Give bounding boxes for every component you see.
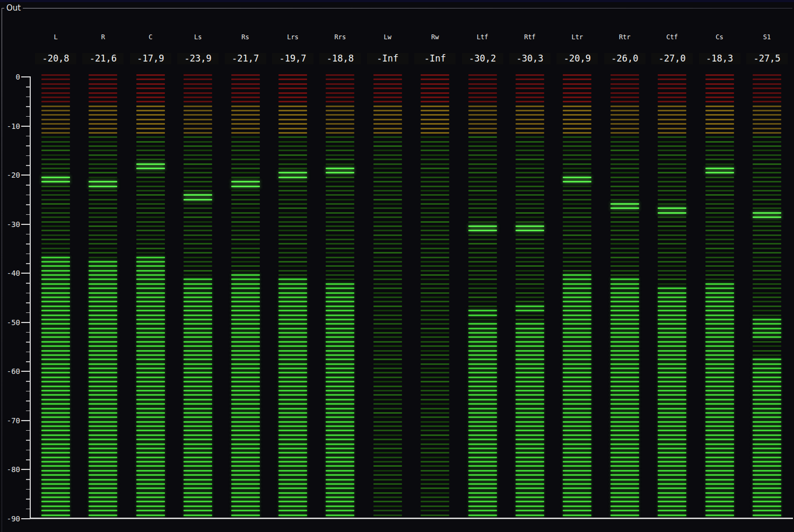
meter-segment — [184, 248, 212, 249]
meter-segment — [563, 79, 591, 80]
meter-segment — [516, 114, 544, 116]
meter-segment — [231, 110, 260, 111]
meter-segment-lit — [41, 368, 70, 369]
meter-segment — [563, 207, 591, 209]
meter-segment-lit — [278, 448, 307, 449]
meter-segment-lit — [705, 408, 734, 409]
meter-segment — [89, 106, 117, 107]
meter-segment — [468, 212, 497, 214]
meter-segment-lit — [658, 487, 686, 489]
meter-segment — [373, 141, 402, 143]
meter-segment-lit — [516, 372, 544, 373]
meter-segment — [326, 101, 354, 102]
meter-segment — [421, 514, 449, 516]
meter-segment-lit — [705, 514, 734, 516]
meter-segment-lit — [184, 483, 212, 485]
meter-segment-lit — [184, 199, 212, 200]
meter-segment-lit — [705, 403, 734, 405]
meter-segment — [231, 243, 260, 245]
meter-segment-lit — [326, 168, 354, 169]
meter-segment — [373, 332, 402, 334]
meter-segment — [421, 501, 449, 502]
meter-segment-lit — [136, 257, 165, 258]
scale-minor-tick — [26, 243, 31, 245]
meter-segment-lit — [705, 283, 734, 285]
meter-segment — [326, 163, 354, 165]
meter-segment-lit — [278, 430, 307, 431]
meter-segment-lit — [516, 363, 544, 365]
meter-segment-lit — [658, 394, 686, 396]
meter-segment-lit — [610, 457, 639, 458]
meter-segment — [610, 212, 639, 214]
meter-segment — [421, 372, 449, 373]
meter-segment — [421, 199, 449, 200]
meter-segment-lit — [231, 278, 260, 280]
meter-segment-lit — [231, 430, 260, 431]
meter-segment-lit — [563, 315, 591, 316]
meter-segment — [421, 230, 449, 231]
meter-segment-lit — [610, 470, 639, 472]
meter-segment-lit — [326, 479, 354, 481]
meter-segment — [658, 243, 686, 245]
meter-segment — [753, 168, 781, 169]
meter-segment — [753, 287, 781, 289]
meter-segment-lit — [705, 323, 734, 325]
meter-segment-lit — [516, 452, 544, 453]
meter-segment-lit — [563, 483, 591, 485]
meter-segment — [753, 207, 781, 209]
meter-segment-lit — [278, 315, 307, 316]
meter-segment — [421, 74, 449, 76]
meter-segment — [753, 83, 781, 85]
meter-segment — [753, 199, 781, 200]
meter-segment — [421, 194, 449, 196]
meter-segment — [610, 97, 639, 98]
meter-segment-lit — [231, 439, 260, 440]
meter-segment — [658, 172, 686, 173]
meter-segment — [468, 154, 497, 156]
meter-segment-lit — [563, 319, 591, 320]
meter-segment — [184, 239, 212, 240]
meter-segment-lit — [610, 448, 639, 449]
meter-segment-lit — [326, 443, 354, 445]
meter-segment — [278, 190, 307, 191]
meter-segment — [516, 190, 544, 191]
meter-segment — [373, 168, 402, 169]
meter-segment-lit — [658, 510, 686, 511]
meter-segment — [231, 74, 260, 76]
meter-segment-lit — [278, 287, 307, 289]
meter-segment — [658, 79, 686, 80]
meter-segment-lit — [563, 412, 591, 414]
meter-segment-lit — [705, 412, 734, 414]
meter-segment-lit — [705, 336, 734, 338]
meter-segment — [753, 150, 781, 151]
meter-segment — [278, 261, 307, 263]
meter-segment — [753, 114, 781, 116]
meter-segment-lit — [41, 501, 70, 502]
meter-segment-lit — [278, 439, 307, 440]
meter-segment — [753, 306, 781, 307]
meter-segment-lit — [231, 372, 260, 373]
meter-segment — [610, 186, 639, 187]
meter-segment — [373, 74, 402, 76]
meter-segment-lit — [753, 496, 781, 498]
meter-segment — [421, 443, 449, 445]
meter-segment-lit — [231, 421, 260, 423]
meter-segment-lit — [563, 496, 591, 498]
meter-segment-lit — [41, 310, 70, 311]
meter-segment-lit — [326, 301, 354, 302]
meter-segment-lit — [516, 306, 544, 307]
meter-segment-lit — [41, 301, 70, 302]
meter-segment-lit — [231, 510, 260, 511]
meter-segment — [421, 421, 449, 423]
meter-segment-lit — [231, 514, 260, 516]
meter-segment — [278, 186, 307, 187]
meter-segment-lit — [41, 412, 70, 414]
meter-segment-lit — [563, 310, 591, 311]
meter-segment-lit — [468, 377, 497, 378]
meter-segment — [89, 119, 117, 120]
meter-segment-lit — [231, 341, 260, 343]
meter-segment — [421, 154, 449, 156]
meter-segment-lit — [610, 443, 639, 445]
meter-segment-lit — [610, 386, 639, 387]
meter-segment — [184, 79, 212, 80]
